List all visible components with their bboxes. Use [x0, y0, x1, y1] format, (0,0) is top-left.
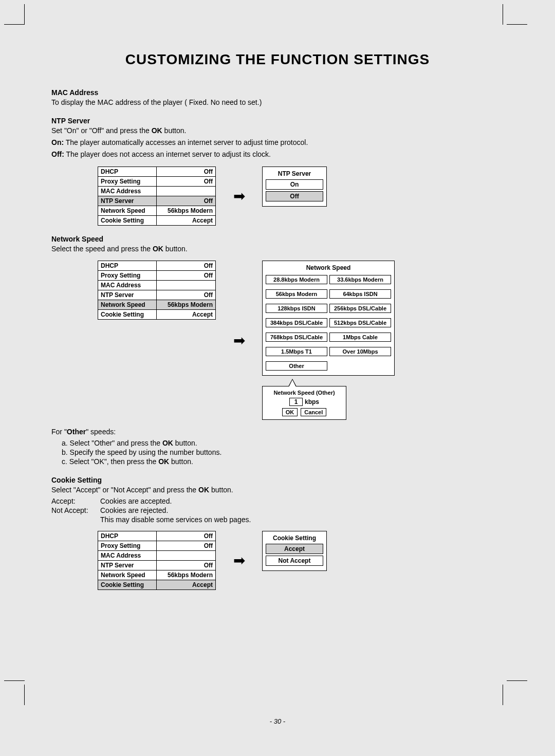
- menu-value: [156, 281, 215, 290]
- menu-value: 56kbps Modern: [156, 300, 215, 310]
- text: For ": [51, 428, 67, 436]
- text: a. Select "Other" and press the: [62, 439, 162, 447]
- mac-heading: MAC Address: [51, 88, 504, 97]
- text: button.: [173, 439, 197, 447]
- speed-option[interactable]: 128kbps ISDN: [266, 304, 327, 313]
- menu-value: Accept: [156, 580, 215, 590]
- settings-menu-ntp: DHCPOff Proxy SettingOff MAC Address NTP…: [98, 167, 216, 226]
- step-a: a. Select "Other" and press the OK butto…: [62, 439, 267, 447]
- menu-value: Off: [156, 261, 215, 271]
- crop-mark: [503, 685, 503, 705]
- cookie-extra: This may disable some services on web pa…: [100, 515, 504, 524]
- crop-mark: [4, 24, 25, 25]
- accept-text: Cookies are accepted.: [100, 497, 172, 505]
- page-title: CUSTOMIZING THE FUNCTION SETTINGS: [51, 51, 504, 68]
- ntp-line1: Set "On" or "Off" and press the OK butto…: [51, 126, 504, 136]
- cancel-button[interactable]: Cancel: [301, 408, 326, 416]
- other-text: Other: [67, 428, 86, 436]
- ntp-popup: NTP Server On Off: [262, 167, 327, 207]
- speed-option[interactable]: 64kbps ISDN: [329, 289, 391, 299]
- menu-label: Network Speed: [98, 570, 157, 580]
- kbps-input[interactable]: 1: [289, 398, 303, 406]
- menu-value: Off: [156, 541, 215, 551]
- menu-label: NTP Server: [98, 196, 157, 206]
- menu-label: NTP Server: [98, 561, 157, 570]
- cookie-figure: DHCPOff Proxy SettingOff MAC Address NTP…: [51, 531, 504, 590]
- on-label: On:: [51, 138, 64, 146]
- cookie-body: Select "Accept" or "Not Accept" and pres…: [51, 485, 504, 495]
- menu-label: MAC Address: [98, 281, 157, 290]
- speed-option[interactable]: Over 10Mbps: [329, 347, 391, 356]
- cookie-naccept-row: Not Accept: Cookies are rejected.: [51, 506, 504, 514]
- netspeed-popup: Network Speed 28.8kbps Modern 33.6kbps M…: [262, 261, 395, 376]
- settings-menu-speed: DHCPOff Proxy SettingOff MAC Address NTP…: [98, 261, 216, 320]
- netspeed-heading: Network Speed: [51, 235, 504, 243]
- menu-label: Proxy Setting: [98, 176, 157, 186]
- ok-text: OK: [152, 126, 162, 135]
- crop-mark: [507, 24, 527, 25]
- text: The player automatically accesses an int…: [64, 138, 308, 146]
- ntp-figure: DHCPOff Proxy SettingOff MAC Address NTP…: [51, 167, 504, 226]
- text: button.: [209, 486, 233, 494]
- ok-text: OK: [158, 457, 169, 466]
- menu-label: Cookie Setting: [98, 310, 157, 320]
- ntp-option-on[interactable]: On: [266, 179, 323, 190]
- text: " speeds:: [86, 428, 116, 436]
- popup-title: Cookie Setting: [266, 534, 323, 542]
- cookie-heading: Cookie Setting: [51, 476, 504, 484]
- menu-value: Off: [156, 561, 215, 570]
- naccept-label: Not Accept:: [51, 506, 100, 514]
- netspeed-other-popup: Network Speed (Other) 1 kbps OK Cancel: [262, 386, 346, 420]
- ok-text: OK: [162, 439, 173, 447]
- other-steps: a. Select "Other" and press the OK butto…: [62, 439, 267, 466]
- ok-button[interactable]: OK: [282, 408, 298, 416]
- speed-option[interactable]: 28.8kbps Modern: [266, 275, 327, 284]
- menu-value: [156, 551, 215, 561]
- ntp-on: On: The player automatically accesses an…: [51, 138, 504, 147]
- speed-option[interactable]: 33.6kbps Modern: [329, 275, 391, 284]
- text: Select the speed and press the: [51, 245, 153, 253]
- crop-mark: [4, 680, 25, 681]
- crop-mark: [503, 4, 503, 25]
- ok-text: OK: [153, 245, 163, 253]
- ntp-option-off[interactable]: Off: [266, 191, 323, 201]
- step-b: b. Specify the speed by using the number…: [62, 448, 267, 456]
- speed-option[interactable]: 384kbps DSL/Cable: [266, 318, 327, 327]
- cookie-option-accept[interactable]: Accept: [266, 544, 323, 554]
- speed-option[interactable]: 1.5Mbps T1: [266, 347, 327, 356]
- text: Set "On" or "Off" and press the: [51, 126, 152, 135]
- speed-option[interactable]: 1Mbps Cable: [329, 333, 391, 342]
- speed-option-other[interactable]: Other: [266, 361, 327, 371]
- crop-mark: [24, 685, 25, 705]
- speed-option[interactable]: 56kbps Modern: [266, 289, 327, 299]
- naccept-text: Cookies are rejected.: [100, 506, 168, 514]
- ntp-off: Off: The player does not access an inter…: [51, 150, 504, 159]
- arrow-right-icon: ➡: [226, 332, 252, 349]
- mac-body: To display the MAC address of the player…: [51, 98, 504, 107]
- menu-value: 56kbps Modern: [156, 206, 215, 215]
- popup-title: Network Speed (Other): [266, 390, 343, 396]
- menu-label: Cookie Setting: [98, 580, 157, 590]
- menu-label: Network Speed: [98, 300, 157, 310]
- menu-label: NTP Server: [98, 290, 157, 300]
- kbps-label: kbps: [305, 398, 319, 405]
- menu-label: DHCP: [98, 167, 157, 176]
- ntp-heading: NTP Server: [51, 117, 504, 125]
- page: CUSTOMIZING THE FUNCTION SETTINGS MAC Ad…: [0, 0, 555, 756]
- arrow-right-icon: ➡: [226, 188, 252, 205]
- speed-option[interactable]: 512kbps DSL/Cable: [329, 318, 391, 327]
- text: button.: [163, 245, 188, 253]
- menu-value: 56kbps Modern: [156, 570, 215, 580]
- menu-label: MAC Address: [98, 551, 157, 561]
- menu-value: Off: [156, 176, 215, 186]
- menu-label: Proxy Setting: [98, 541, 157, 551]
- crop-mark: [24, 4, 25, 25]
- menu-label: MAC Address: [98, 186, 157, 196]
- cookie-option-naccept[interactable]: Not Accept: [266, 556, 323, 566]
- popup-title: NTP Server: [266, 170, 323, 177]
- speed-option[interactable]: 256kbps DSL/Cable: [329, 304, 391, 313]
- speed-option[interactable]: 768kbps DSL/Cable: [266, 333, 327, 342]
- text: Select "Accept" or "Not Accept" and pres…: [51, 486, 198, 494]
- text: The player does not access an internet s…: [64, 150, 271, 158]
- crop-mark: [507, 680, 527, 681]
